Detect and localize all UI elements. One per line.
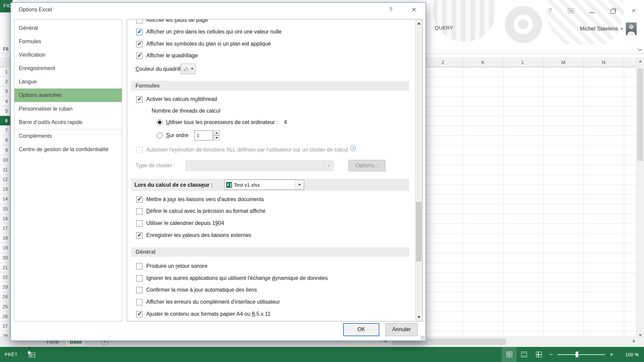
row-header[interactable]: 21 [0,263,10,273]
checkbox-row[interactable]: Enregistrer les valeurs des liaisons ext… [136,231,251,239]
row-header[interactable]: 27 [0,321,10,331]
zoom-in-button[interactable]: + [606,351,616,358]
name-box[interactable]: F6 [0,44,10,54]
minimize-icon[interactable] [586,6,598,15]
row-header[interactable]: 17 [0,224,10,233]
workbook-select[interactable]: X Test v1.xlsx [224,180,304,190]
sidebar-item[interactable]: Barre d’outils Accès rapide [14,116,122,129]
checkbox-row[interactable]: Confirmer la mise à jour automatique des… [136,286,257,294]
checkbox-checked-icon[interactable] [136,29,143,35]
account-area[interactable]: Michel Staelens [580,21,637,36]
checkbox-row[interactable]: Afficher un zéro dans les cellules qui o… [136,28,282,36]
row-header[interactable]: 12 [0,175,10,184]
checkbox-row[interactable]: Définir le calcul avec la précision au f… [136,207,265,215]
row-header[interactable]: 2 [0,77,10,86]
row-headers[interactable]: 1234567891011121314151617181920212223242… [0,67,10,337]
sidebar-item[interactable]: Langue [14,75,122,88]
checkbox-row[interactable]: Ajuster le contenu aux formats papier A4… [136,310,271,318]
dialog-scrollbar[interactable] [415,19,422,321]
zoom-level[interactable]: 100 % [616,352,642,357]
checkbox-unchecked-icon[interactable] [136,275,143,282]
restore-icon[interactable] [607,6,619,15]
zoom-slider[interactable] [556,347,606,362]
close-icon[interactable]: ✕ [628,6,640,15]
row-header[interactable]: 26 [0,312,10,321]
row-header[interactable]: 6 [0,116,10,126]
checkbox-row[interactable]: Mettre à jour les liaisons vers d'autres… [136,195,264,203]
row-header[interactable]: 10 [0,155,10,165]
column-header[interactable]: M [543,57,584,67]
checkbox-row[interactable]: Afficher les sauts de page [136,19,208,24]
ribbon-display-options-icon[interactable] [565,6,577,15]
scroll-up-icon[interactable] [417,22,421,24]
checkbox-unchecked-icon[interactable] [136,19,143,23]
row-header[interactable]: 23 [0,282,10,292]
checkbox-checked-icon[interactable] [136,41,143,47]
stepper-down-button[interactable] [213,135,220,140]
options-sidebar[interactable]: GénéralFormulesVérificationEnregistremen… [14,19,122,321]
stepper-up-button[interactable] [213,130,220,135]
formula-bar[interactable] [426,44,644,54]
avatar[interactable] [626,22,637,35]
checkbox-checked-icon[interactable] [136,311,143,317]
thread-count-input[interactable]: 1 [194,130,213,140]
checkbox-unchecked-icon[interactable] [136,299,143,305]
row-header[interactable]: 18 [0,233,10,243]
vertical-scrollbar[interactable] [636,57,644,337]
column-header[interactable]: N [584,57,624,67]
cancel-button[interactable]: Annuler [385,323,418,336]
scrollbar-thumb[interactable] [637,69,643,161]
ribbon-tab-query[interactable]: QUERY [435,25,453,31]
sidebar-item[interactable]: Compléments [14,129,122,143]
radio-unselected-icon[interactable] [157,132,163,138]
sidebar-item[interactable]: Formules [14,35,122,48]
row-header[interactable]: 22 [0,273,10,282]
info-icon[interactable]: i [350,145,356,151]
column-header[interactable]: J [426,57,463,67]
formula-bar-expand-icon[interactable] [638,47,642,51]
select-all-corner[interactable] [0,57,10,67]
help-icon[interactable]: ? [544,6,556,15]
row-header[interactable]: 5 [0,106,10,116]
row-header[interactable]: 15 [0,204,10,214]
sidebar-item[interactable]: Personnaliser le ruban [14,102,122,116]
view-page-layout-button[interactable] [517,347,531,362]
checkbox-checked-icon[interactable] [136,232,143,239]
checkbox-row[interactable]: Afficher le quadrillage [136,52,198,60]
row-header[interactable]: 24 [0,292,10,302]
row-header[interactable]: 4 [0,97,10,106]
radio-row[interactable]: Sur ordre [157,131,189,139]
row-header[interactable]: 19 [0,243,10,253]
sidebar-item[interactable]: Enregistrement [14,62,122,75]
checkbox-checked-icon[interactable] [136,53,143,59]
resize-grip[interactable] [421,336,425,340]
checkbox-row[interactable]: Ignorer les autres applications qui util… [136,274,328,282]
row-header[interactable]: 7 [0,126,10,135]
scroll-up-icon[interactable] [639,60,642,62]
checkbox-unchecked-icon[interactable] [136,208,143,215]
checkbox-checked-icon[interactable] [136,96,143,103]
checkbox-row[interactable]: Utiliser le calendrier depuis 1904 [136,219,224,227]
row-header[interactable]: 11 [0,165,10,175]
spreadsheet-grid[interactable] [426,67,636,337]
scroll-down-icon[interactable] [415,313,422,321]
row-header[interactable]: 1 [0,67,10,77]
row-header[interactable]: 9 [0,145,10,155]
checkbox-unchecked-icon[interactable] [136,263,143,269]
checkbox-checked-icon[interactable] [136,196,143,203]
row-header[interactable]: 3 [0,86,10,96]
checkbox-row[interactable]: Afficher les erreurs du complément d'int… [136,298,280,306]
view-normal-button[interactable] [502,347,517,362]
checkbox-unchecked-icon[interactable] [136,220,143,227]
ok-button[interactable]: OK [343,323,379,336]
row-header[interactable]: 16 [0,214,10,224]
thread-count-stepper[interactable]: 1 [194,130,220,140]
column-headers[interactable]: JKLMN [426,57,636,67]
dialog-close-icon[interactable]: ✕ [408,4,420,15]
sidebar-item[interactable]: Vérification [14,48,122,62]
sidebar-item[interactable]: Options avancées [14,88,122,102]
checkbox-row[interactable]: Activer les calculs multithread [136,95,217,103]
gridline-color-button[interactable] [181,64,196,74]
sidebar-item[interactable]: Centre de gestion de la confidentialité [14,143,122,156]
row-header[interactable]: 13 [0,184,10,194]
